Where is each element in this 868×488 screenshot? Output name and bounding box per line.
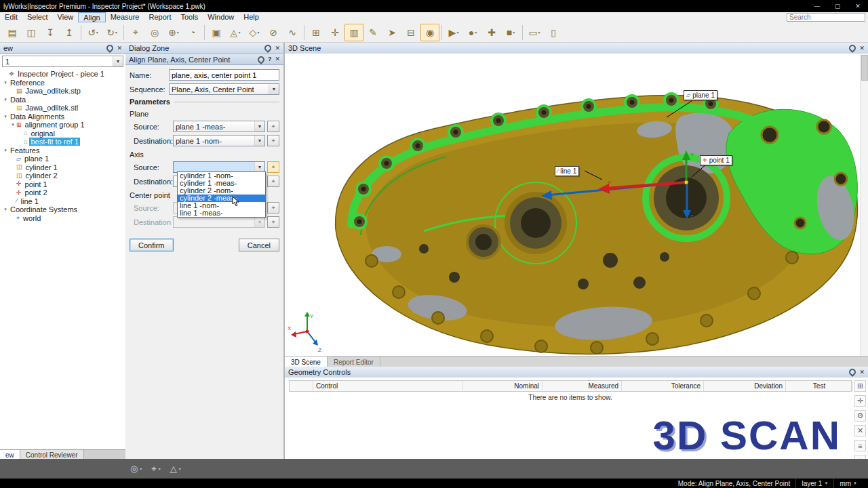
tree-item[interactable]: ▱plane 1 xyxy=(0,155,125,163)
axis-source-pick-button[interactable]: ⌖ xyxy=(267,161,279,173)
column-header-tolerance[interactable]: Tolerance xyxy=(622,381,704,391)
tab-report-editor[interactable]: Report Editor xyxy=(328,357,380,367)
piece-selector[interactable]: 1 ▼ xyxy=(2,56,123,67)
close-icon[interactable]: ✕ xyxy=(859,369,865,375)
pan-icon[interactable]: ✚ xyxy=(482,24,501,41)
search-input[interactable] xyxy=(789,14,868,21)
tree-item[interactable]: ▤Jawa_odlitek.stp xyxy=(0,87,125,96)
cross-section-icon[interactable]: ⊘ xyxy=(264,24,283,41)
tree-item[interactable]: ▾Features xyxy=(0,146,125,155)
menu-window[interactable]: Window xyxy=(203,12,239,21)
dropdown-option[interactable]: line 1 -meas- xyxy=(178,209,265,217)
point-1-annotation[interactable]: ✛ point 1 xyxy=(700,155,732,165)
crosshair-icon[interactable]: ✛ xyxy=(854,395,866,407)
expander-icon[interactable]: ▾ xyxy=(2,114,9,119)
section-tool-icon[interactable]: △▾ xyxy=(170,464,181,474)
tree-item[interactable]: ◫cylinder 1 xyxy=(0,163,125,172)
tree-item[interactable]: ▾Data xyxy=(0,96,125,104)
delete-icon[interactable]: ✕ xyxy=(854,425,866,436)
stop-icon[interactable]: ■▾ xyxy=(501,24,520,41)
gauge-icon[interactable]: ◔ xyxy=(183,24,202,41)
clipboard-icon[interactable]: ▥ xyxy=(344,24,363,41)
column-header-blank[interactable] xyxy=(290,381,313,391)
plane-source-select[interactable]: plane 1 -meas- ▼ xyxy=(173,121,265,132)
open-workspace-icon[interactable]: ▤ xyxy=(3,24,22,41)
axis-destination-pick-button[interactable]: ⌖ xyxy=(267,176,279,187)
plane-source-pick-button[interactable]: ⌖ xyxy=(267,121,279,132)
help-icon[interactable]: ? xyxy=(268,56,272,62)
play-icon[interactable]: ▶▾ xyxy=(444,24,463,41)
close-icon[interactable]: ✕ xyxy=(275,56,280,62)
tree-item[interactable]: ⌂original xyxy=(0,129,125,138)
pin-icon[interactable] xyxy=(848,367,857,377)
pin-icon[interactable] xyxy=(256,54,266,64)
scene-scrollbar[interactable] xyxy=(860,54,868,356)
expander-icon[interactable]: ▾ xyxy=(2,97,9,102)
snapshot-icon[interactable]: ◉ xyxy=(420,24,439,41)
zoom-region-icon[interactable]: ⊞ xyxy=(307,24,326,41)
center-point-source-pick-button[interactable]: ⌖ xyxy=(267,202,279,214)
tree-item[interactable]: ▾Reference xyxy=(0,79,125,87)
menu-help[interactable]: Help xyxy=(239,12,264,21)
menu-report[interactable]: Report xyxy=(144,12,176,21)
reference-object-icon[interactable]: ▣ xyxy=(207,24,226,41)
align-icon[interactable]: ⌖ xyxy=(126,24,145,41)
record-icon[interactable]: ●▾ xyxy=(463,24,482,41)
redo-icon[interactable]: ↻▾ xyxy=(102,24,121,41)
tree-item[interactable]: ▤Jawa_odlitek.stl xyxy=(0,104,125,113)
import-icon[interactable]: ↧ xyxy=(41,24,60,41)
tab-3d-scene[interactable]: 3D Scene xyxy=(285,357,328,367)
expander-icon[interactable]: ▾ xyxy=(2,80,9,85)
minimize-button[interactable]: — xyxy=(807,0,827,12)
tree-item[interactable]: ✛point 2 xyxy=(0,188,125,197)
plane-1-annotation[interactable]: ▱ plane 1 xyxy=(684,90,717,100)
menu-measure[interactable]: Measure xyxy=(106,12,144,21)
column-header-control[interactable]: Control xyxy=(313,381,463,391)
table-icon[interactable]: ⊟ xyxy=(401,24,420,41)
menu-view[interactable]: View xyxy=(53,12,79,21)
tree-item[interactable]: ◫cylinder 2 xyxy=(0,171,125,180)
tree-item[interactable]: ∕line 1 xyxy=(0,197,125,206)
expander-icon[interactable]: ▾ xyxy=(9,122,16,127)
plane-destination-pick-button[interactable]: ⌖ xyxy=(267,135,279,146)
measure-icon[interactable]: ✛ xyxy=(326,24,344,41)
undo-icon[interactable]: ↺▾ xyxy=(83,24,102,41)
maximize-button[interactable]: ▢ xyxy=(827,0,848,12)
export-icon[interactable]: ↥ xyxy=(60,24,79,41)
pin-icon[interactable] xyxy=(848,43,857,53)
tree-item[interactable]: ▾Data Alignments xyxy=(0,113,125,121)
mesh-icon[interactable]: ◬▾ xyxy=(226,24,245,41)
tag-icon[interactable]: ➤ xyxy=(382,24,401,41)
feature-icon[interactable]: ◇▾ xyxy=(245,24,264,41)
name-field[interactable] xyxy=(169,69,279,81)
close-icon[interactable]: ✕ xyxy=(859,45,865,52)
tree-item[interactable]: ❖Inspector Project - piece 1 xyxy=(0,70,125,79)
menu-edit[interactable]: Edit xyxy=(0,12,22,21)
rotate-view-icon[interactable]: ◎▾ xyxy=(130,464,142,474)
close-icon[interactable]: ✕ xyxy=(275,45,280,52)
close-button[interactable]: ✕ xyxy=(848,0,868,12)
scene-viewport[interactable]: X Y Z Y X Z ▱ plane 1 ∕ line 1 ✛ point 1 xyxy=(285,54,868,356)
panel-tab-control-reviewer[interactable]: Control Reviewer xyxy=(20,450,84,460)
curve-icon[interactable]: ∿ xyxy=(283,24,302,41)
expander-icon[interactable]: ▾ xyxy=(2,148,9,153)
tree-item[interactable]: ▾⊞alignment group 1 xyxy=(0,121,125,129)
layer-selector[interactable]: layer 1 ▼ xyxy=(795,479,833,488)
datum-icon[interactable]: ⊕▾ xyxy=(164,24,183,41)
menu-tools[interactable]: Tools xyxy=(176,12,203,21)
pin-icon[interactable] xyxy=(105,43,115,53)
confirm-button[interactable]: Confirm xyxy=(130,239,174,251)
column-header-measured[interactable]: Measured xyxy=(542,381,622,391)
column-header-test[interactable]: Test xyxy=(786,381,853,391)
line-1-annotation[interactable]: ∕ line 1 xyxy=(555,166,579,176)
close-icon[interactable]: ✕ xyxy=(117,45,122,52)
search-box[interactable] xyxy=(787,13,865,22)
save-icon[interactable]: ◫ xyxy=(22,24,41,41)
tree-item[interactable]: ▾Coordinate Systems xyxy=(0,205,125,214)
expander-icon[interactable]: ▾ xyxy=(2,207,9,212)
plane-destination-select[interactable]: plane 1 -nom- ▼ xyxy=(173,135,265,146)
add-control-icon[interactable]: ⊞ xyxy=(854,380,866,392)
menu-select[interactable]: Select xyxy=(22,12,53,21)
tree-item[interactable]: ⌂best-fit to ref 1 xyxy=(0,138,125,146)
sequence-select[interactable]: Plane, Axis, Center Point ▼ xyxy=(169,83,279,95)
